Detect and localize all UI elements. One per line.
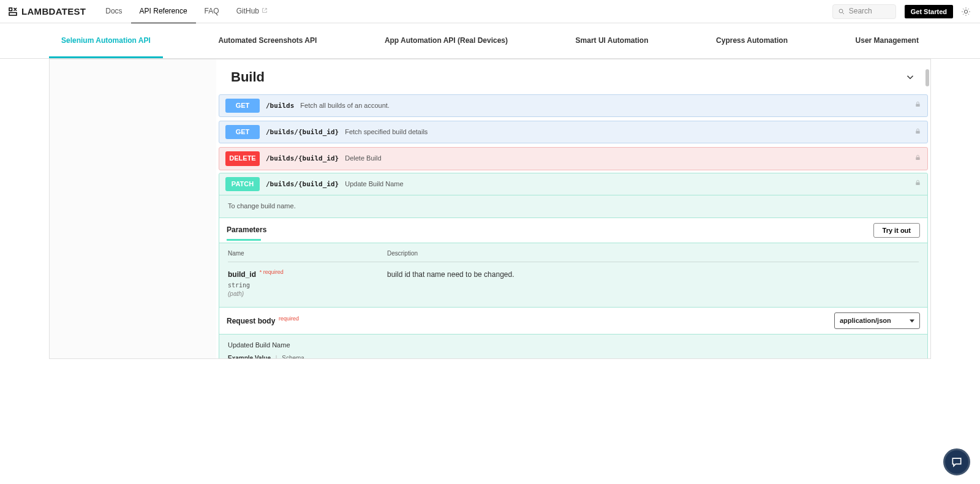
tab-smart-ui[interactable]: Smart UI Automation bbox=[564, 23, 661, 58]
svg-rect-4 bbox=[916, 157, 919, 161]
svg-rect-3 bbox=[916, 130, 919, 134]
param-name: build_id bbox=[228, 270, 256, 279]
op-delete-build[interactable]: DELETE /builds/{build_id} Delete Build bbox=[219, 147, 928, 170]
nav-api-reference[interactable]: API Reference bbox=[131, 0, 196, 23]
method-badge: GET bbox=[225, 99, 260, 113]
param-desc: build id that name need to be changed. bbox=[387, 268, 919, 299]
op-summary: Fetch specified build details bbox=[345, 127, 428, 137]
brand-text: LAMBDATEST bbox=[21, 5, 86, 18]
op-path: /builds bbox=[266, 101, 294, 110]
svg-point-1 bbox=[964, 10, 967, 13]
api-tabs: Selenium Automation API Automated Screen… bbox=[0, 23, 980, 59]
col-desc: Description bbox=[387, 249, 919, 258]
lock-icon bbox=[914, 127, 921, 138]
nav-github[interactable]: GitHub bbox=[228, 0, 276, 23]
search-icon bbox=[838, 8, 845, 15]
required-label: required bbox=[263, 269, 284, 275]
method-badge: GET bbox=[225, 125, 260, 139]
tab-selenium[interactable]: Selenium Automation API bbox=[49, 23, 163, 58]
brand[interactable]: LAMBDATEST bbox=[7, 5, 86, 18]
theme-toggle[interactable] bbox=[959, 5, 973, 18]
op-path: /builds/{build_id} bbox=[266, 180, 339, 189]
op-patch-build-expanded: PATCH /builds/{build_id} Update Build Na… bbox=[219, 173, 928, 358]
op-get-build[interactable]: GET /builds/{build_id} Fetch specified b… bbox=[219, 121, 928, 143]
search-input[interactable]: Search bbox=[832, 4, 896, 19]
example-tab[interactable]: Example Value bbox=[228, 355, 271, 358]
scrollbar[interactable] bbox=[924, 59, 930, 358]
body-model-label: Updated Build Name bbox=[228, 341, 919, 350]
tab-app[interactable]: App Automation API (Real Devices) bbox=[372, 23, 520, 58]
parameters-tab[interactable]: Parameters bbox=[227, 225, 266, 235]
tab-user-mgmt[interactable]: User Management bbox=[843, 23, 931, 58]
param-in: (path) bbox=[228, 290, 387, 298]
logo-icon bbox=[7, 6, 18, 17]
schema-tab[interactable]: Schema bbox=[282, 355, 304, 358]
op-summary: Fetch all builds of an account. bbox=[300, 101, 390, 110]
svg-point-0 bbox=[839, 9, 843, 13]
param-row: build_id * required string (path) build … bbox=[228, 262, 919, 308]
param-type: string bbox=[228, 281, 387, 290]
op-path: /builds/{build_id} bbox=[266, 154, 339, 163]
get-started-button[interactable]: Get Started bbox=[905, 5, 953, 18]
nav-docs[interactable]: Docs bbox=[97, 0, 130, 23]
nav-faq[interactable]: FAQ bbox=[196, 0, 228, 23]
search-placeholder: Search bbox=[849, 6, 872, 17]
section-title: Build bbox=[231, 68, 265, 87]
nav-github-label: GitHub bbox=[236, 6, 259, 17]
method-badge: PATCH bbox=[225, 177, 260, 191]
lock-icon bbox=[914, 153, 921, 164]
svg-rect-2 bbox=[916, 104, 919, 107]
tab-screenshots[interactable]: Automated Screenshots API bbox=[206, 23, 329, 58]
method-badge: DELETE bbox=[225, 151, 260, 165]
op-get-builds[interactable]: GET /builds Fetch all builds of an accou… bbox=[219, 94, 928, 117]
content-type-select[interactable]: application/json bbox=[834, 312, 920, 329]
op-summary: Delete Build bbox=[345, 154, 381, 163]
lock-icon bbox=[914, 100, 921, 111]
tab-cypress[interactable]: Cypress Automation bbox=[704, 23, 800, 58]
col-name: Name bbox=[228, 249, 387, 258]
external-link-icon bbox=[262, 6, 268, 17]
api-panel: Build GET /builds Fetch all builds of an… bbox=[49, 59, 931, 359]
lock-icon bbox=[914, 178, 921, 189]
op-summary: Update Build Name bbox=[345, 180, 403, 189]
svg-rect-5 bbox=[916, 183, 919, 186]
op-patch-build[interactable]: PATCH /builds/{build_id} Update Build Na… bbox=[219, 173, 927, 195]
try-it-out-button[interactable]: Try it out bbox=[873, 223, 920, 238]
top-nav: Docs API Reference FAQ GitHub bbox=[97, 0, 276, 23]
required-label: required bbox=[279, 316, 299, 322]
op-description: To change build name. bbox=[219, 195, 927, 217]
chevron-down-icon[interactable] bbox=[905, 72, 916, 83]
sun-icon bbox=[961, 7, 971, 17]
request-body-label: Request body bbox=[227, 317, 275, 325]
op-path: /builds/{build_id} bbox=[266, 127, 339, 137]
